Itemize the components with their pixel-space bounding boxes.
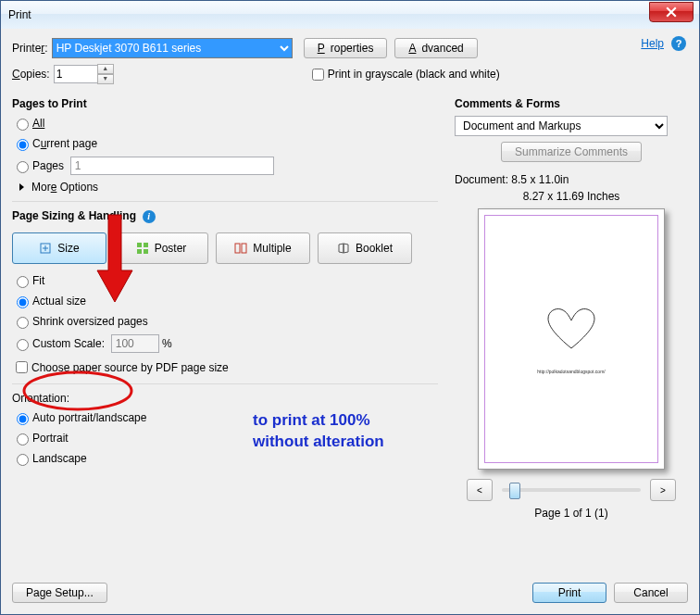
pages-radio[interactable] bbox=[17, 161, 29, 173]
divider-2 bbox=[12, 383, 438, 384]
dialog-body: Help ? Printer: HP Deskjet 3070 B611 ser… bbox=[1, 29, 699, 614]
cancel-button[interactable]: Cancel bbox=[614, 583, 688, 603]
shrink-radio[interactable] bbox=[17, 317, 29, 329]
slider-thumb[interactable] bbox=[509, 483, 520, 499]
next-page-button[interactable]: > bbox=[650, 479, 676, 501]
print-preview: http://polkadotsandblogspot.com/ < > Pag… bbox=[455, 203, 688, 615]
custom-scale-unit: % bbox=[162, 337, 172, 350]
print-dialog: Print Help ? Printer: HP Deskjet 3070 B6… bbox=[0, 0, 700, 615]
copies-input[interactable] bbox=[54, 65, 98, 83]
shrink-label: Shrink oversized pages bbox=[32, 315, 148, 328]
fit-radio[interactable] bbox=[17, 276, 29, 288]
help-link[interactable]: Help bbox=[641, 37, 664, 50]
portrait-label: Portrait bbox=[32, 432, 69, 445]
poster-icon bbox=[136, 242, 149, 255]
pages-input[interactable] bbox=[70, 157, 274, 175]
preview-caption: http://polkadotsandblogspot.com/ bbox=[537, 369, 605, 374]
close-icon bbox=[666, 6, 677, 18]
tab-size[interactable]: Size bbox=[12, 232, 106, 264]
actual-size-radio[interactable] bbox=[17, 296, 29, 308]
right-column: Comments & Forms Document and Markups Su… bbox=[455, 90, 688, 615]
landscape-radio[interactable] bbox=[17, 454, 29, 466]
prev-page-button[interactable]: < bbox=[467, 479, 493, 501]
preview-nav: < > bbox=[455, 479, 688, 501]
annotation-text: to print at 100% without alteration bbox=[253, 410, 384, 453]
expand-icon[interactable] bbox=[19, 183, 28, 191]
page-setup-button[interactable]: Page Setup... bbox=[12, 583, 107, 603]
document-size-label: Document: 8.5 x 11.0in bbox=[455, 173, 688, 186]
grayscale-checkbox[interactable] bbox=[312, 69, 324, 81]
svg-rect-4 bbox=[144, 249, 148, 254]
preview-page-inner: http://polkadotsandblogspot.com/ bbox=[484, 215, 658, 463]
printer-row: Printer: HP Deskjet 3070 B611 series Pro… bbox=[12, 38, 688, 58]
orientation-title: Orientation: bbox=[12, 392, 438, 405]
tab-multiple[interactable]: Multiple bbox=[216, 232, 310, 264]
left-column: Pages to Print All Current page Pages Mo… bbox=[12, 90, 438, 615]
paper-source-label: Choose paper source by PDF page size bbox=[31, 361, 229, 374]
comments-forms-title: Comments & Forms bbox=[455, 97, 688, 110]
svg-rect-5 bbox=[235, 244, 240, 253]
custom-scale-input[interactable] bbox=[111, 334, 159, 353]
help-area: Help ? bbox=[641, 36, 686, 51]
fit-label: Fit bbox=[32, 274, 44, 287]
auto-orient-label: Auto portrait/landscape bbox=[32, 411, 146, 424]
tab-poster[interactable]: Poster bbox=[114, 232, 208, 264]
bottom-bar: Page Setup... Print Cancel bbox=[12, 583, 688, 603]
preview-page: http://polkadotsandblogspot.com/ bbox=[478, 208, 665, 470]
auto-orient-radio[interactable] bbox=[17, 413, 29, 425]
portrait-radio[interactable] bbox=[17, 433, 29, 446]
sizing-tabs: Size Poster Multiple Booklet bbox=[12, 232, 438, 264]
info-icon[interactable]: i bbox=[143, 210, 156, 223]
all-label: All bbox=[32, 117, 44, 130]
svg-rect-1 bbox=[137, 243, 142, 247]
custom-scale-label: Custom Scale: bbox=[32, 337, 105, 350]
titlebar: Print bbox=[1, 1, 699, 30]
multiple-icon bbox=[234, 242, 247, 255]
properties-button[interactable]: Properties bbox=[304, 38, 388, 58]
more-options-label[interactable]: More Options bbox=[31, 181, 98, 194]
help-icon[interactable]: ? bbox=[671, 36, 686, 51]
printer-select[interactable]: HP Deskjet 3070 B611 series bbox=[52, 38, 293, 58]
preview-scale-label: 8.27 x 11.69 Inches bbox=[455, 190, 688, 203]
tab-booklet[interactable]: Booklet bbox=[318, 232, 412, 264]
page-count-label: Page 1 of 1 (1) bbox=[534, 507, 607, 520]
pages-to-print-title: Pages to Print bbox=[12, 97, 438, 110]
copies-label: Copies: bbox=[12, 68, 50, 81]
print-button[interactable]: Print bbox=[532, 583, 606, 603]
page-sizing-title: Page Sizing & Handling i bbox=[12, 209, 438, 223]
page-slider[interactable] bbox=[502, 488, 641, 492]
custom-scale-radio[interactable] bbox=[17, 339, 29, 351]
copies-spinner[interactable]: ▲▼ bbox=[97, 64, 114, 84]
paper-source-checkbox[interactable] bbox=[16, 361, 28, 373]
svg-rect-6 bbox=[242, 244, 246, 253]
svg-rect-3 bbox=[137, 249, 142, 254]
advanced-button[interactable]: Advanced bbox=[394, 38, 477, 58]
grayscale-label: Print in grayscale (black and white) bbox=[328, 68, 500, 81]
svg-rect-2 bbox=[144, 243, 148, 247]
close-button[interactable] bbox=[649, 2, 694, 22]
pages-label: Pages bbox=[32, 159, 64, 172]
current-page-label: Current page bbox=[32, 137, 97, 150]
size-icon bbox=[39, 242, 52, 255]
window-title: Print bbox=[8, 8, 649, 21]
summarize-button[interactable]: Summarize Comments bbox=[501, 142, 642, 162]
copies-row: Copies: ▲▼ Print in grayscale (black and… bbox=[12, 64, 688, 84]
heart-icon bbox=[546, 308, 596, 350]
main-layout: Pages to Print All Current page Pages Mo… bbox=[12, 90, 688, 615]
all-radio[interactable] bbox=[17, 119, 29, 131]
booklet-icon bbox=[337, 242, 350, 255]
divider-1 bbox=[12, 201, 438, 202]
landscape-label: Landscape bbox=[32, 452, 87, 465]
comments-select[interactable]: Document and Markups bbox=[455, 116, 668, 136]
actual-size-label: Actual size bbox=[32, 295, 86, 308]
printer-label: Printer: bbox=[12, 42, 48, 55]
current-page-radio[interactable] bbox=[17, 139, 29, 151]
